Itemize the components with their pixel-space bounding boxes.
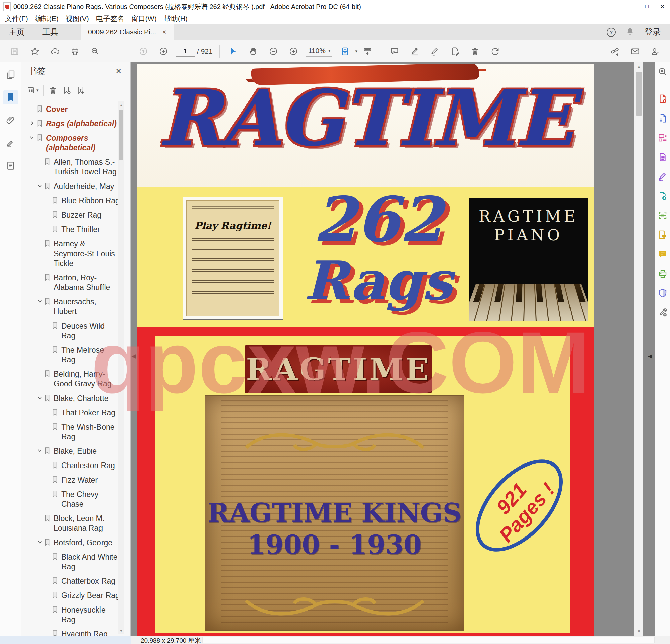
menu-view[interactable]: 视图(V)	[66, 14, 89, 24]
document-vertical-scrollbar[interactable]: ▲ ▼	[634, 62, 643, 635]
select-tool-icon[interactable]	[226, 43, 241, 59]
previous-page-icon[interactable]	[136, 43, 151, 59]
bookmark-item[interactable]: Blake, Charlotte	[22, 394, 120, 403]
scroll-up-icon[interactable]: ▲	[637, 62, 641, 71]
edit-pdf-icon[interactable]	[657, 151, 669, 163]
collapse-icon[interactable]	[35, 538, 44, 545]
share-upload-icon[interactable]	[47, 43, 63, 59]
bookmark-item[interactable]: Honeysuckle Rag	[22, 605, 120, 625]
share-person-icon[interactable]	[647, 43, 663, 59]
scroll-up-icon[interactable]: ▲	[119, 101, 123, 109]
create-pdf-icon[interactable]	[657, 93, 669, 105]
bookmarks-scrollbar-thumb[interactable]	[119, 110, 123, 161]
bookmark-item[interactable]: Rags (alphabetical)	[22, 119, 120, 128]
zoom-level-dropdown[interactable]: 110% ▾	[306, 46, 333, 57]
favorite-star-icon[interactable]	[27, 43, 42, 59]
collapse-icon[interactable]	[35, 394, 44, 400]
hand-tool-icon[interactable]	[245, 43, 261, 59]
bookmark-item[interactable]: Chatterbox Rag	[22, 576, 120, 586]
page-number-input[interactable]	[176, 45, 195, 57]
bookmark-item[interactable]: Belding, Harry-Good Gravy Rag	[22, 369, 120, 389]
document-horizontal-scrollbar[interactable]	[202, 636, 655, 643]
bookmark-item[interactable]: Black And White Rag	[22, 552, 120, 572]
email-icon[interactable]	[628, 43, 643, 59]
sign-pen-icon[interactable]	[427, 43, 443, 59]
organize-pages-icon[interactable]	[657, 132, 669, 144]
search-tools-icon[interactable]	[657, 66, 669, 78]
document-scrollbar-thumb[interactable]	[636, 72, 642, 115]
page-thumbnails-icon[interactable]	[3, 68, 18, 82]
minimize-button[interactable]: —	[624, 0, 639, 13]
next-page-icon[interactable]	[156, 43, 171, 59]
bookmark-item[interactable]: Block, Leon M.-Louisiana Rag	[22, 514, 120, 533]
expand-tools-panel-icon[interactable]: ◀	[647, 348, 653, 364]
notification-bell-icon[interactable]	[626, 27, 634, 37]
bookmark-item[interactable]: Fizz Water	[22, 475, 120, 485]
edit-page-icon[interactable]	[447, 43, 463, 59]
menu-window[interactable]: 窗口(W)	[131, 14, 157, 24]
menu-help[interactable]: 帮助(H)	[164, 14, 188, 24]
fill-sign-icon[interactable]	[657, 170, 669, 182]
bookmarks-scrollbar[interactable]: ▲ ▼	[118, 101, 124, 634]
scroll-down-icon[interactable]: ▼	[119, 627, 123, 634]
scroll-down-icon[interactable]: ▼	[637, 627, 641, 635]
zoom-in-icon[interactable]	[286, 43, 301, 59]
scroll-mode-icon[interactable]	[360, 43, 375, 59]
comment-bubble-icon[interactable]	[387, 43, 402, 59]
export-pdf-icon[interactable]	[657, 112, 669, 124]
menu-esign[interactable]: 电子签名	[96, 14, 124, 24]
comment-tool-icon[interactable]	[657, 248, 669, 260]
bookmark-item[interactable]: Hyacinth Rag	[22, 629, 120, 635]
menu-file[interactable]: 文件(F)	[5, 14, 28, 24]
bookmark-options-icon[interactable]: ▾	[27, 86, 39, 95]
bookmark-item[interactable]: Blake, Eubie	[22, 447, 120, 456]
maximize-button[interactable]: □	[639, 0, 655, 13]
tab-tools[interactable]: 工具	[34, 24, 67, 40]
layers-icon[interactable]	[3, 159, 18, 173]
bookmarks-icon[interactable]	[3, 91, 18, 105]
bookmark-item[interactable]: Aufderheide, May	[22, 181, 120, 191]
bookmark-item[interactable]: Grizzly Bear Rag	[22, 591, 120, 601]
delete-page-icon[interactable]	[467, 43, 483, 59]
bookmark-item[interactable]: That Poker Rag	[22, 408, 120, 417]
chevron-down-icon[interactable]: ▾	[355, 49, 358, 54]
bookmark-item[interactable]: Cover	[22, 105, 120, 114]
bookmark-item[interactable]: Barney & Seymore-St Louis Tickle	[22, 239, 120, 268]
search-icon[interactable]	[88, 43, 103, 59]
signatures-icon[interactable]	[3, 136, 18, 150]
highlight-icon[interactable]	[407, 43, 423, 59]
collapse-bookmarks-panel-icon[interactable]: ◀	[131, 348, 137, 364]
bookmark-item[interactable]: The Chevy Chase	[22, 490, 120, 509]
request-signatures-icon[interactable]	[657, 229, 669, 241]
bookmark-item[interactable]: Buzzer Rag	[22, 210, 120, 220]
fit-page-icon[interactable]	[337, 43, 353, 59]
zoom-out-icon[interactable]	[266, 43, 281, 59]
bookmark-item[interactable]: Barton, Roy-Alabama Shuffle	[22, 273, 120, 292]
link-tools-icon[interactable]	[607, 43, 623, 59]
add-bookmark-icon[interactable]	[62, 86, 72, 95]
collapse-icon[interactable]	[27, 133, 36, 140]
attachments-icon[interactable]	[3, 113, 18, 127]
collapse-icon[interactable]	[35, 181, 44, 188]
bookmark-item[interactable]: The Thriller	[22, 225, 120, 234]
bookmark-item[interactable]: Deuces Wild Rag	[22, 321, 120, 341]
bookmark-item[interactable]: The Melrose Rag	[22, 345, 120, 365]
help-icon[interactable]: ?	[607, 28, 616, 37]
login-button[interactable]: 登录	[645, 27, 661, 38]
collapse-icon[interactable]	[35, 297, 44, 304]
bookmark-settings-icon[interactable]	[76, 86, 86, 95]
bookmark-item[interactable]: Charleston Rag	[22, 461, 120, 470]
send-for-review-icon[interactable]	[657, 190, 669, 202]
bookmark-item[interactable]: Bauersachs, Hubert	[22, 297, 120, 316]
print-production-icon[interactable]	[657, 268, 669, 279]
protect-icon[interactable]	[657, 287, 669, 299]
scan-ocr-icon[interactable]	[657, 209, 669, 221]
tab-document[interactable]: 0009.262 Classic Pi... ✕	[81, 24, 174, 40]
delete-bookmark-icon[interactable]	[48, 86, 58, 95]
print-icon[interactable]	[67, 43, 83, 59]
bookmark-item[interactable]: Botsford, George	[22, 538, 120, 548]
bookmark-item[interactable]: Composers (alphabetical)	[22, 133, 120, 153]
save-icon[interactable]	[7, 43, 23, 59]
tab-close-icon[interactable]: ✕	[162, 29, 166, 36]
bookmark-item[interactable]: Blue Ribbon Rag	[22, 196, 120, 206]
